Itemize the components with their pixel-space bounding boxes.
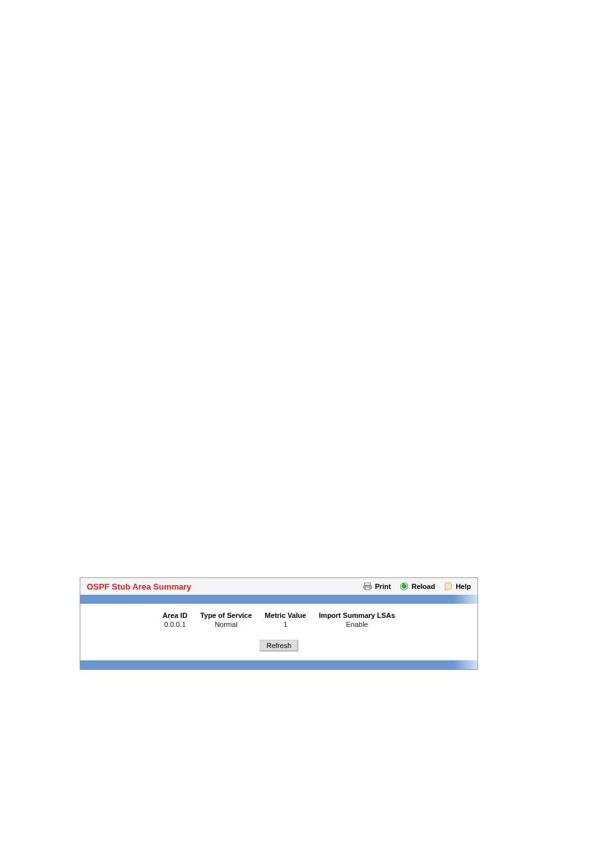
button-row: Refresh — [80, 640, 477, 651]
help-icon — [444, 582, 453, 591]
table-row: 0.0.0.1 Normal 1 Enable — [156, 620, 402, 628]
reload-button[interactable]: Reload — [400, 582, 435, 591]
help-button[interactable]: Help — [444, 582, 471, 591]
panel-container: OSPF Stub Area Summary Print Reload Help — [80, 577, 478, 670]
reload-icon — [400, 582, 409, 591]
refresh-button[interactable]: Refresh — [260, 640, 299, 651]
separator-bar-bottom — [80, 660, 477, 669]
print-label: Print — [375, 583, 391, 590]
svg-rect-0 — [365, 583, 371, 586]
page-title: OSPF Stub Area Summary — [87, 582, 191, 592]
reload-label: Reload — [411, 583, 435, 590]
stub-area-table: Area ID Type of Service Metric Value Imp… — [156, 611, 402, 628]
col-area-id: Area ID — [156, 611, 194, 620]
col-metric-value: Metric Value — [258, 611, 312, 620]
cell-type-of-service: Normal — [194, 620, 259, 628]
col-type-of-service: Type of Service — [194, 611, 259, 620]
separator-bar-top — [80, 595, 477, 604]
printer-icon — [363, 582, 372, 591]
toolbar: Print Reload Help — [363, 582, 471, 591]
cell-area-id: 0.0.0.1 — [156, 620, 194, 628]
content-area: Area ID Type of Service Metric Value Imp… — [80, 604, 477, 660]
cell-metric-value: 1 — [258, 620, 312, 628]
svg-rect-2 — [366, 587, 370, 590]
panel-header: OSPF Stub Area Summary Print Reload Help — [80, 578, 477, 595]
print-button[interactable]: Print — [363, 582, 391, 591]
help-label: Help — [456, 583, 471, 590]
col-import-summary-lsas: Import Summary LSAs — [312, 611, 402, 620]
cell-import-summary-lsas: Enable — [312, 620, 402, 628]
table-header-row: Area ID Type of Service Metric Value Imp… — [156, 611, 402, 620]
